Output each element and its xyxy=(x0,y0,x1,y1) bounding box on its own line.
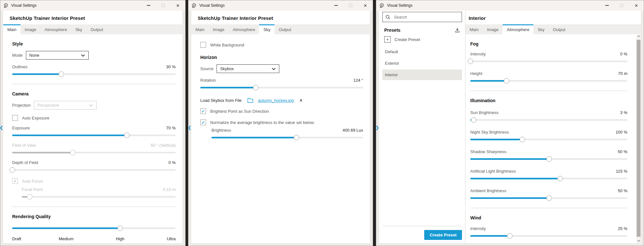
remove-file-x-icon[interactable]: ✕ xyxy=(299,98,303,103)
import-preset-download-icon[interactable] xyxy=(455,28,460,33)
close-button[interactable]: ✕ xyxy=(358,0,373,11)
tab-atmosphere[interactable]: Atmosphere xyxy=(503,24,533,34)
tab-atmosphere[interactable]: Atmosphere xyxy=(228,24,259,34)
wind-intensity-slider[interactable] xyxy=(470,233,627,239)
titlebar[interactable]: Visual Settings ✕ xyxy=(0,0,185,11)
titlebar[interactable]: Visual Settings ✕ xyxy=(376,0,644,11)
tab-sky[interactable]: Sky xyxy=(533,24,549,34)
maximize-button[interactable] xyxy=(156,0,171,11)
white-background-label: White Background xyxy=(210,43,244,47)
source-value: Skybox xyxy=(220,66,234,71)
rotation-slider[interactable] xyxy=(200,85,363,90)
collapse-panel-chevron-left-icon[interactable]: ❮ xyxy=(0,125,3,130)
scroll-down-icon[interactable] xyxy=(637,239,640,243)
slider-thumb[interactable] xyxy=(557,176,563,181)
tab-output[interactable]: Output xyxy=(86,24,107,34)
outlines-slider[interactable] xyxy=(12,71,176,77)
auto-exposure-checkbox[interactable]: ✓ xyxy=(12,115,18,121)
slider-thumb[interactable] xyxy=(468,59,473,64)
preset-item-default[interactable]: Default xyxy=(382,46,462,57)
ambient-brightness-slider[interactable] xyxy=(470,195,627,201)
close-button[interactable]: ✕ xyxy=(629,0,644,11)
artificial-light-brightness-slider[interactable] xyxy=(470,176,627,181)
tab-image[interactable]: Image xyxy=(483,24,503,34)
collapse-panel-chevron-left-icon[interactable]: ❮ xyxy=(188,125,191,130)
create-preset-button[interactable]: Create Preset xyxy=(424,230,462,240)
source-select[interactable]: Skybox xyxy=(217,64,279,73)
minimize-icon xyxy=(147,5,150,6)
tab-main[interactable]: Main xyxy=(191,24,209,34)
slider-thumb[interactable] xyxy=(546,156,552,162)
fog-height-row: Height70 m xyxy=(470,71,627,84)
source-label: Source xyxy=(200,66,213,71)
slider-thumb[interactable] xyxy=(294,135,299,140)
quality-stop-high: High xyxy=(116,236,124,241)
maximize-button[interactable] xyxy=(614,0,629,11)
load-skybox-label: Load Skybox from File xyxy=(200,98,242,103)
slider-thumb[interactable] xyxy=(124,133,130,138)
tab-main[interactable]: Main xyxy=(465,24,483,34)
minimize-button[interactable] xyxy=(600,0,614,11)
wind-intensity-value: 25 % xyxy=(618,226,627,231)
slider-thumb[interactable] xyxy=(504,78,509,84)
slider-thumb[interactable] xyxy=(10,167,15,173)
exposure-value: 70 % xyxy=(166,126,176,130)
scrollbar-thumb[interactable] xyxy=(637,40,640,237)
tab-output[interactable]: Output xyxy=(274,24,295,34)
mode-select[interactable]: None xyxy=(26,51,89,60)
folder-icon[interactable] xyxy=(247,98,253,103)
tab-atmosphere[interactable]: Atmosphere xyxy=(40,24,71,34)
slider-thumb[interactable] xyxy=(59,71,64,77)
slider-thumb[interactable] xyxy=(117,226,123,231)
titlebar[interactable]: Visual Settings ✕ xyxy=(188,0,373,11)
minimize-button[interactable] xyxy=(329,0,343,11)
white-background-checkbox[interactable]: ✓ xyxy=(200,42,206,48)
scrollbar-track[interactable] xyxy=(636,38,641,239)
preset-item-interior[interactable]: Interior xyxy=(382,70,462,80)
sun-brightness-slider[interactable] xyxy=(470,117,627,123)
preset-item-exterior[interactable]: Exterior xyxy=(382,58,462,69)
normalize-checkbox[interactable]: ✓ xyxy=(200,119,206,125)
outlines-slider-row: Outlines30 % xyxy=(12,64,176,77)
slider-thumb[interactable] xyxy=(471,117,476,123)
quality-stop-medium: Medium xyxy=(59,236,74,241)
projection-value: Perspective xyxy=(37,103,59,108)
scroll-up-icon[interactable] xyxy=(637,34,640,38)
slider-thumb[interactable] xyxy=(546,195,552,201)
tab-image[interactable]: Image xyxy=(209,24,228,34)
close-button[interactable]: ✕ xyxy=(171,0,185,11)
rendering-quality-slider[interactable] xyxy=(12,226,176,231)
shadow-sharpness-label: Shadow Sharpness xyxy=(470,149,506,154)
chevron-down-icon xyxy=(81,54,85,57)
expand-panel-chevron-right-icon[interactable]: ❯ xyxy=(376,125,379,130)
vertical-scrollbar[interactable] xyxy=(636,34,641,243)
tab-output[interactable]: Output xyxy=(549,24,569,34)
tab-main[interactable]: Main xyxy=(3,24,20,34)
skybox-file-link[interactable]: autumn_hockey.jpg xyxy=(258,98,294,103)
slider-thumb[interactable] xyxy=(520,137,525,142)
rendering-quality-title: Rendering Quality xyxy=(12,214,176,219)
auto-focus-label: Auto Focus xyxy=(22,179,43,184)
search-input[interactable] xyxy=(393,14,459,20)
slider-thumb[interactable] xyxy=(507,233,513,239)
minimize-button[interactable] xyxy=(141,0,156,11)
shadow-sharpness-slider[interactable] xyxy=(470,156,627,162)
maximize-button[interactable] xyxy=(343,0,358,11)
exposure-slider[interactable] xyxy=(12,133,176,138)
tab-sky[interactable]: Sky xyxy=(259,24,274,34)
focal-point-slider xyxy=(22,194,176,200)
depth-of-field-slider[interactable] xyxy=(12,167,176,173)
search-box[interactable] xyxy=(382,12,462,22)
tab-image[interactable]: Image xyxy=(20,24,40,34)
night-sky-brightness-slider[interactable] xyxy=(470,137,627,142)
fog-intensity-slider[interactable] xyxy=(470,59,627,64)
tab-sky[interactable]: Sky xyxy=(71,24,86,34)
brightness-slider[interactable] xyxy=(211,135,363,140)
sun-direction-checkbox[interactable]: ✓ xyxy=(200,108,206,114)
create-preset-item[interactable]: + Create Preset xyxy=(382,33,462,45)
slider-thumb[interactable] xyxy=(253,85,258,90)
preset-heading: SketchUp Trainer Interior Preset xyxy=(3,11,182,24)
fog-height-label: Height xyxy=(470,71,482,76)
section-divider xyxy=(470,208,627,208)
fog-height-slider[interactable] xyxy=(470,78,627,84)
